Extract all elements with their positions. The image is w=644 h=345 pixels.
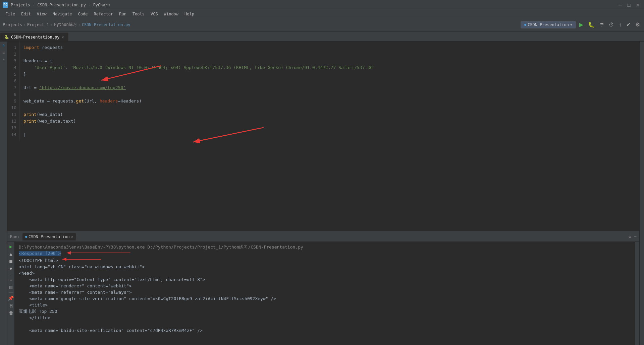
menu-file[interactable]: File <box>3 11 18 17</box>
run-output-head: <head> <box>19 270 631 276</box>
run-right-gutter <box>635 242 639 345</box>
run-output-title-text: 豆瓣电影 Top 250 <box>19 308 631 315</box>
menu-run[interactable]: Run <box>116 11 129 17</box>
vcs-update-button[interactable]: ↑ <box>618 20 623 29</box>
stop-button[interactable]: ■ <box>8 258 14 265</box>
pin-button[interactable]: 📌 <box>8 295 14 301</box>
run-label: Run: <box>10 234 20 239</box>
tab-filename: CSDN-Presentation.py <box>11 35 60 40</box>
filter-button[interactable]: ▤ <box>8 284 14 290</box>
run-output-meta3: <meta name="referrer" content="always"> <box>19 289 631 295</box>
scroll-down-button[interactable]: ▼ <box>8 265 14 272</box>
menu-code[interactable]: Code <box>75 11 91 17</box>
tab-close-button[interactable]: × <box>62 35 64 40</box>
code-content[interactable]: import requests Headers = { 'User-Agent'… <box>19 42 639 141</box>
run-toolbar: ▶ ▲ ■ ▼ ≡ ▤ 📌 ⎘ 🗑 <box>7 242 15 345</box>
run-content-area: ▶ ▲ ■ ▼ ≡ ▤ 📌 ⎘ 🗑 D:\Python\Anaconda3\en… <box>7 242 639 345</box>
window-title: Projects - CSDN-Presentation.py - PyChar… <box>11 3 110 7</box>
menu-vcs[interactable]: VCS <box>148 11 161 17</box>
breadcrumb-file[interactable]: CSDN-Presentation.py <box>82 22 130 27</box>
line-numbers: 1 2 3 4 5 6 7 8 9 10 11 12 13 14 <box>7 42 19 141</box>
profile-button[interactable]: ⏱ <box>607 20 615 29</box>
run-output-doctype: <!DOCTYPE html> <box>19 257 631 264</box>
run-panel: Run: ● CSDN-Presentation × ⚙ − ▶ ▲ ■ ▼ <box>7 231 639 345</box>
app-icon: PC <box>3 2 8 8</box>
tab-bar: 🐍 CSDN-Presentation.py × <box>0 31 644 42</box>
left-sidebar: P ≡ ★ <box>0 42 7 345</box>
toolbar-left: Projects › Project_1 › Python练习 › CSDN-P… <box>3 22 130 27</box>
editor-right-gutter <box>639 42 644 345</box>
python-file-icon: 🐍 <box>4 35 9 39</box>
run-output-command: D:\Python\Anaconda3\envs\BaseEnv-PY38\py… <box>19 244 631 250</box>
tab-csdn-presentation[interactable]: 🐍 CSDN-Presentation.py × <box>0 32 68 41</box>
title-bar-left: PC Projects - CSDN-Presentation.py - PyC… <box>3 2 110 8</box>
run-tab-csdn[interactable]: ● CSDN-Presentation × <box>22 233 76 240</box>
run-settings-icon[interactable]: ⚙ <box>629 234 631 239</box>
breadcrumb: Projects › Project_1 › Python练习 › CSDN-P… <box>3 22 130 27</box>
run-output-meta2: <meta name="renderer" content="webkit"> <box>19 283 631 289</box>
run-output-empty <box>19 321 631 327</box>
run-tab-close[interactable]: × <box>71 234 73 239</box>
run-minimize-icon[interactable]: − <box>634 234 637 239</box>
menu-bar: File Edit View Navigate Code Refactor Ru… <box>0 10 644 18</box>
rerun-button[interactable]: ▶ <box>8 243 14 250</box>
run-tab-icon: ● <box>25 235 27 238</box>
run-output-baidu: <meta name="baidu-site-verification" con… <box>19 327 631 334</box>
menu-navigate[interactable]: Navigate <box>50 11 75 17</box>
run-panel-header: Run: ● CSDN-Presentation × ⚙ − <box>7 232 639 242</box>
menu-edit[interactable]: Edit <box>18 11 34 17</box>
maximize-button[interactable]: □ <box>625 1 633 9</box>
run-output-meta4: <meta name="google-site-verification" co… <box>19 295 631 302</box>
toolbar-right: ● CSDN-Presentation ▼ ▶ 🐛 ☂ ⏱ ↑ ✔ ⚙ <box>521 20 641 29</box>
menu-help[interactable]: Help <box>182 11 197 17</box>
menu-tools[interactable]: Tools <box>130 11 147 17</box>
window-controls: ─ □ ✕ <box>616 1 641 9</box>
run-config-name: CSDN-Presentation <box>528 22 569 27</box>
run-output-response: <Response [200]> <box>19 250 63 257</box>
run-output-html: <html lang="zh-CN" class="ua-windows ua-… <box>19 264 631 270</box>
menu-window[interactable]: Window <box>161 11 181 17</box>
breadcrumb-python[interactable]: Python练习 <box>54 22 76 27</box>
copy-button[interactable]: ⎘ <box>8 302 14 309</box>
minimize-button[interactable]: ─ <box>616 1 624 9</box>
run-output[interactable]: D:\Python\Anaconda3\envs\BaseEnv-PY38\py… <box>15 242 635 345</box>
run-config-selector[interactable]: ● CSDN-Presentation ▼ <box>521 21 576 28</box>
title-bar: PC Projects - CSDN-Presentation.py - PyC… <box>0 0 644 10</box>
stop-up-button[interactable]: ▲ <box>8 251 14 257</box>
delete-button[interactable]: 🗑 <box>8 309 14 316</box>
run-button[interactable]: ▶ <box>578 20 585 29</box>
run-output-meta1: <meta http-equiv="Content-Type" content=… <box>19 276 631 283</box>
breadcrumb-project1[interactable]: Project_1 <box>27 22 49 27</box>
main-layout: P ≡ ★ 1 2 3 4 5 6 7 8 9 10 11 12 <box>0 42 644 345</box>
debug-button[interactable]: 🐛 <box>587 20 596 29</box>
toolbar: Projects › Project_1 › Python练习 › CSDN-P… <box>0 18 644 31</box>
breadcrumb-projects[interactable]: Projects <box>3 22 22 27</box>
favorites-icon[interactable]: ★ <box>1 56 7 62</box>
settings-button[interactable]: ⚙ <box>634 20 641 29</box>
editor-and-run: 1 2 3 4 5 6 7 8 9 10 11 12 13 14 import … <box>7 42 639 345</box>
run-tab-name: CSDN-Presentation <box>29 234 70 239</box>
project-sidebar-icon[interactable]: P <box>1 43 7 49</box>
menu-refactor[interactable]: Refactor <box>91 11 116 17</box>
structure-icon[interactable]: ≡ <box>1 50 7 56</box>
commit-button[interactable]: ✔ <box>625 20 632 29</box>
code-editor-wrapper: 1 2 3 4 5 6 7 8 9 10 11 12 13 14 import … <box>7 42 639 231</box>
menu-view[interactable]: View <box>34 11 49 17</box>
run-output-title-open: <title> <box>19 302 631 308</box>
soft-wrap-button[interactable]: ≡ <box>8 276 14 283</box>
close-button[interactable]: ✕ <box>634 1 641 9</box>
coverage-button[interactable]: ☂ <box>598 20 605 29</box>
code-editor[interactable]: 1 2 3 4 5 6 7 8 9 10 11 12 13 14 import … <box>7 42 639 141</box>
run-output-title-close: </title> <box>19 315 631 321</box>
